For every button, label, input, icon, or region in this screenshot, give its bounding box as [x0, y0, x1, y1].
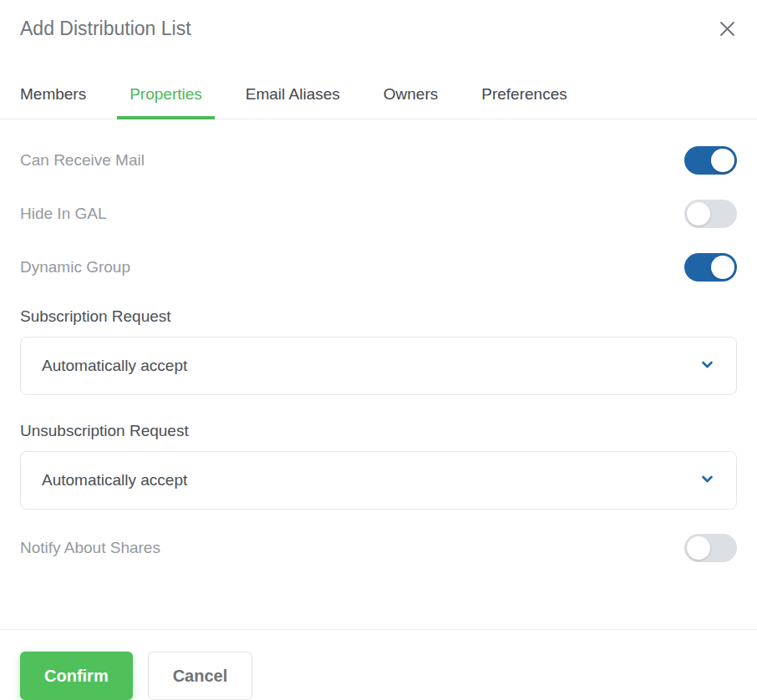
toggle-row-dynamic-group: Dynamic Group	[20, 241, 737, 294]
confirm-button[interactable]: Confirm	[20, 652, 133, 700]
toggle-knob	[711, 149, 734, 172]
dynamic-group-toggle[interactable]	[684, 253, 737, 282]
unsubscription-request-group: Unsubscription Request Automatically acc…	[20, 422, 737, 510]
can-receive-mail-label: Can Receive Mail	[20, 151, 145, 170]
unsubscription-request-value: Automatically accept	[42, 471, 187, 489]
cancel-button[interactable]: Cancel	[148, 652, 253, 700]
subscription-request-select[interactable]: Automatically accept	[20, 337, 737, 395]
subscription-request-group: Subscription Request Automatically accep…	[20, 307, 737, 395]
dialog-header: Add Distribution List	[0, 0, 757, 40]
unsubscription-request-label: Unsubscription Request	[20, 422, 737, 440]
dialog-title: Add Distribution List	[20, 17, 737, 40]
toggle-row-hide-in-gal: Hide In GAL	[20, 187, 737, 241]
toggle-knob	[687, 536, 710, 560]
subscription-request-value: Automatically accept	[42, 357, 187, 375]
properties-panel: Can Receive Mail Hide In GAL Dynamic Gro…	[0, 119, 757, 597]
dialog-footer: Confirm Cancel	[0, 629, 757, 700]
toggle-knob	[687, 202, 710, 226]
toggle-row-can-receive-mail: Can Receive Mail	[20, 134, 737, 187]
tab-members[interactable]: Members	[20, 68, 86, 119]
toggle-knob	[711, 256, 734, 279]
tab-properties[interactable]: Properties	[130, 68, 202, 119]
hide-in-gal-label: Hide In GAL	[20, 205, 107, 223]
hide-in-gal-toggle[interactable]	[684, 200, 737, 228]
dynamic-group-label: Dynamic Group	[20, 258, 130, 276]
notify-about-shares-label: Notify About Shares	[20, 539, 160, 557]
tab-owners[interactable]: Owners	[384, 68, 438, 119]
subscription-request-label: Subscription Request	[20, 307, 737, 326]
notify-about-shares-toggle[interactable]	[684, 534, 737, 562]
tab-email-aliases[interactable]: Email Aliases	[246, 68, 340, 119]
close-icon	[718, 19, 737, 41]
dialog-tabs: Members Properties Email Aliases Owners …	[0, 68, 757, 119]
add-distribution-list-dialog: Add Distribution List Members Properties…	[0, 0, 757, 700]
chevron-down-icon	[699, 471, 715, 490]
chevron-down-icon	[699, 357, 715, 376]
can-receive-mail-toggle[interactable]	[684, 146, 737, 175]
tab-preferences[interactable]: Preferences	[481, 68, 566, 119]
toggle-row-notify-about-shares: Notify About Shares	[20, 521, 737, 575]
unsubscription-request-select[interactable]: Automatically accept	[20, 451, 737, 510]
close-button[interactable]	[714, 17, 740, 43]
